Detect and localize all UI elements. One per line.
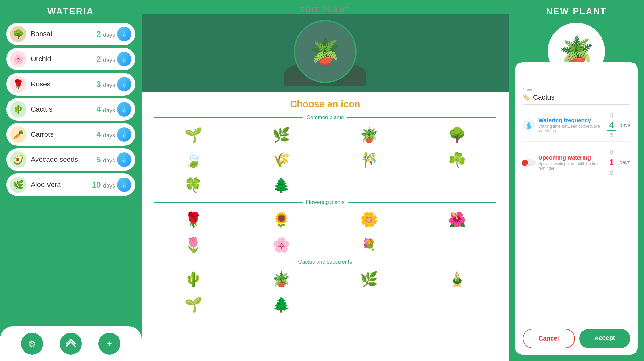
- upcoming-picker[interactable]: 0 1 2: [607, 149, 616, 176]
- plant-icon-option[interactable]: 🌵: [151, 268, 236, 290]
- watering-frequency-section: 💧 Watering frequency Waiting time betwee…: [523, 109, 630, 142]
- plant-icon-option[interactable]: 🌲: [239, 293, 324, 315]
- name-field: Name 🏷️: [523, 87, 630, 105]
- water-btn-roses[interactable]: 💧: [117, 77, 131, 91]
- plant-icon-option[interactable]: ☘️: [415, 149, 500, 171]
- watering-freq-info: Watering frequency Waiting time between …: [538, 117, 603, 133]
- water-btn-avocado[interactable]: 💧: [117, 152, 131, 167]
- upcoming-days-label: days: [619, 160, 630, 166]
- plant-icon-roses: 🌹: [10, 76, 26, 92]
- plant-days-aloe: 10 days: [92, 180, 115, 190]
- upcoming-toggle[interactable]: [523, 157, 535, 169]
- plant-icon-option[interactable]: 🌹: [151, 209, 236, 231]
- plant-item-cactus[interactable]: 🌵 Cactus 4 days 💧: [6, 98, 135, 121]
- middle-panel: EDIT PLANT 🪴 Choose an icon Common plant…: [142, 0, 509, 361]
- plant-name-carrots: Carrots: [31, 130, 96, 139]
- plant-icon-option[interactable]: 🌷: [151, 234, 236, 256]
- section-label-cactus: Cactus and succulents: [151, 259, 499, 265]
- plant-icon-option[interactable]: 🌱: [151, 124, 236, 146]
- plant-days-avocado: 5 days: [96, 155, 115, 165]
- plant-preview-area: 🪴: [142, 14, 509, 92]
- freq-days-label: days: [619, 123, 630, 128]
- scroll-up-button[interactable]: [60, 333, 82, 355]
- plant-item-carrots[interactable]: 🥕 Carrots 4 days 💧: [6, 123, 135, 146]
- plant-name-input[interactable]: [533, 93, 630, 101]
- plant-item-roses[interactable]: 🌹 Roses 3 days 💧: [6, 73, 135, 96]
- plant-icon-option[interactable]: 🪴: [327, 124, 412, 146]
- left-panel: WATERIA 🌳 Bonsai 2 days 💧 🌸 Orchid 2 day…: [0, 0, 142, 361]
- watering-freq-sublabel: Waiting time between consecutive waterin…: [538, 124, 603, 133]
- plant-icon-aloe: 🌿: [10, 177, 26, 193]
- plant-icon-option[interactable]: 🌺: [415, 209, 500, 231]
- plant-name-aloe: Aloe Vera: [31, 181, 92, 189]
- plant-days-orchid: 2 days: [96, 54, 115, 64]
- app-title: WATERIA: [47, 6, 94, 16]
- bottom-bar: ⚙ +: [0, 326, 142, 361]
- plant-icon-option[interactable]: 🎍: [415, 268, 500, 290]
- plant-icon-option[interactable]: 🌸: [239, 234, 324, 256]
- icon-chooser-scroll[interactable]: Choose an icon Common plants 🌱 🌿 🪴 🌳 🍃 🌾…: [142, 92, 509, 361]
- plant-icon-bonsai: 🌳: [10, 26, 26, 42]
- form-actions: Cancel Accept: [523, 329, 630, 348]
- plant-item-orchid[interactable]: 🌸 Orchid 2 days 💧: [6, 48, 135, 70]
- plant-icon-option[interactable]: 🎋: [327, 149, 412, 171]
- plant-name-cactus: Cactus: [31, 105, 96, 113]
- upcoming-label: Upcoming watering: [538, 155, 603, 161]
- water-btn-aloe[interactable]: 💧: [117, 178, 131, 192]
- plant-icon-option[interactable]: 🌲: [239, 174, 324, 196]
- plant-days-bonsai: 2 days: [96, 29, 115, 39]
- add-plant-button[interactable]: +: [98, 333, 120, 355]
- icon-grid-cactus: 🌵 🪴 🌿 🎍 🌱 🌲: [151, 268, 499, 315]
- upcoming-selected: 1: [607, 157, 616, 168]
- plant-icon-option[interactable]: 🌼: [327, 209, 412, 231]
- freq-picker[interactable]: 3 4 5: [607, 112, 616, 139]
- plant-item-aloe[interactable]: 🌿 Aloe Vera 10 days 💧: [6, 173, 135, 196]
- water-btn-carrots[interactable]: 💧: [117, 127, 131, 142]
- plant-icon-option[interactable]: 🌾: [239, 149, 324, 171]
- water-drop-icon: 💧: [523, 119, 535, 131]
- plant-icon-option[interactable]: 💐: [327, 234, 412, 256]
- plant-icon-option[interactable]: 🌻: [239, 209, 324, 231]
- plant-item-avocado[interactable]: 🥑 Avocado seeds 5 days 💧: [6, 148, 135, 171]
- tag-icon: 🏷️: [523, 94, 530, 101]
- upcoming-sublabel: Specific waiting time until the first re…: [538, 161, 603, 171]
- plant-days-carrots: 4 days: [96, 130, 115, 139]
- edit-plant-title: EDIT PLANT: [300, 6, 350, 14]
- freq-below: 5: [610, 132, 613, 139]
- icon-grid-flowering: 🌹 🌻 🌼 🌺 🌷 🌸 💐: [151, 209, 499, 256]
- plant-icon-option[interactable]: 🌳: [415, 124, 500, 146]
- watering-freq-label: Watering frequency: [538, 117, 603, 124]
- freq-selected: 4: [607, 119, 616, 131]
- section-label-common: Common plants: [151, 114, 499, 121]
- name-label: Name: [523, 87, 630, 92]
- upcoming-below: 2: [610, 169, 613, 176]
- cancel-button[interactable]: Cancel: [523, 329, 575, 348]
- freq-above: 3: [610, 112, 613, 119]
- accept-button[interactable]: Accept: [579, 329, 630, 348]
- right-panel: NEW PLANT 🪴 Name 🏷️ 💧 Watering frequency…: [509, 0, 644, 361]
- upcoming-watering-section: Upcoming watering Specific waiting time …: [523, 146, 630, 179]
- plant-icon-option[interactable]: 🪴: [239, 268, 324, 290]
- plant-icon-option[interactable]: 🍀: [151, 174, 236, 196]
- new-plant-title: NEW PLANT: [546, 6, 607, 16]
- plant-list: 🌳 Bonsai 2 days 💧 🌸 Orchid 2 days 💧 🌹 Ro…: [6, 23, 135, 196]
- plant-icon-option[interactable]: 🌿: [327, 268, 412, 290]
- water-btn-cactus[interactable]: 💧: [117, 102, 131, 117]
- plant-icon-avocado: 🥑: [10, 151, 26, 168]
- settings-button[interactable]: ⚙: [21, 333, 43, 355]
- upcoming-above: 0: [610, 149, 613, 156]
- plant-icon-orchid: 🌸: [10, 51, 26, 67]
- plant-days-cactus: 4 days: [96, 105, 115, 114]
- preview-plant-icon[interactable]: 🪴: [294, 20, 357, 83]
- water-btn-orchid[interactable]: 💧: [117, 52, 131, 66]
- plant-icon-option[interactable]: 🍃: [151, 149, 236, 171]
- icon-grid-common: 🌱 🌿 🪴 🌳 🍃 🌾 🎋 ☘️ 🍀 🌲: [151, 124, 499, 196]
- plant-name-bonsai: Bonsai: [31, 30, 96, 38]
- plant-item-bonsai[interactable]: 🌳 Bonsai 2 days 💧: [6, 23, 135, 45]
- water-btn-bonsai[interactable]: 💧: [117, 27, 131, 41]
- plant-icon-cactus: 🌵: [10, 101, 26, 118]
- plant-icon-option[interactable]: 🌱: [151, 293, 236, 315]
- choose-icon-title: Choose an icon: [151, 99, 499, 109]
- plant-icon-option[interactable]: 🌿: [239, 124, 324, 146]
- plant-name-orchid: Orchid: [31, 55, 96, 63]
